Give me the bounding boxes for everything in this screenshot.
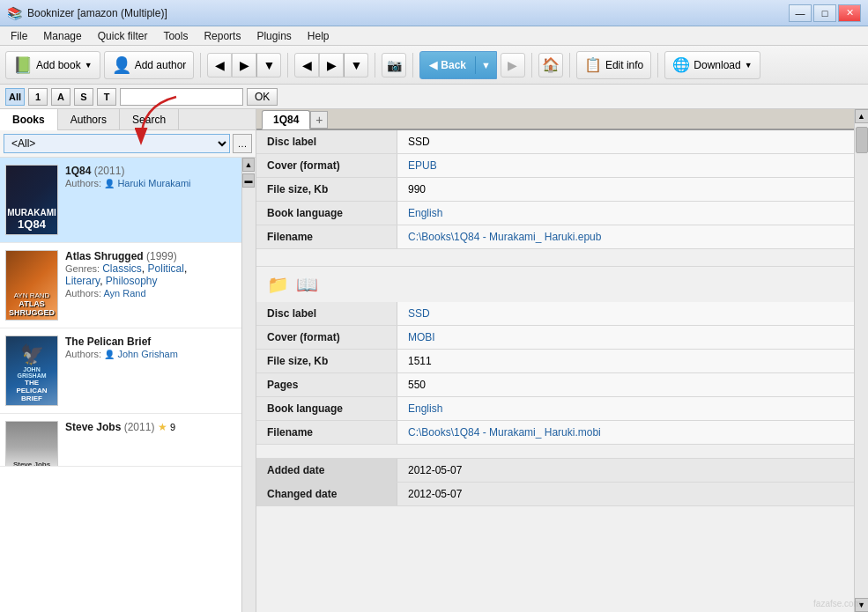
forward-button[interactable]: ▶ bbox=[501, 53, 525, 77]
detail-value: 1511 bbox=[397, 350, 854, 372]
maximize-button[interactable]: □ bbox=[813, 4, 836, 22]
edit-info-icon: 📋 bbox=[584, 56, 602, 73]
detail-value: 2012-05-07 bbox=[397, 459, 854, 482]
detail-label: Cover (format) bbox=[256, 154, 397, 177]
filter-all-button[interactable]: All bbox=[5, 88, 25, 106]
menu-reports[interactable]: Reports bbox=[197, 28, 248, 44]
details-tab-1q84[interactable]: 1Q84 bbox=[262, 110, 310, 129]
book-info-stevejobs: Steve Jobs (2011) ★ 9 bbox=[65, 421, 250, 433]
detail-value-link[interactable]: C:\Books\1Q84 - Murakami_ Haruki.mobi bbox=[397, 421, 854, 444]
detail-value-link[interactable]: English bbox=[397, 397, 854, 420]
book-info-pelican: The Pelican Brief Authors: 👤 John Grisha… bbox=[65, 335, 250, 360]
nav-prev-button[interactable]: ◀ bbox=[207, 53, 232, 77]
book-title-pelican: The Pelican Brief bbox=[65, 335, 250, 348]
back-nav-group: ◀ Back ▼ bbox=[419, 51, 497, 79]
book-item-1q84[interactable]: MURAKAMI 1Q84 1Q84 (2011) Authors: 👤 Har… bbox=[0, 158, 256, 243]
menu-help[interactable]: Help bbox=[300, 28, 337, 44]
menu-tools[interactable]: Tools bbox=[156, 28, 195, 44]
toolbar-separator-1 bbox=[200, 53, 201, 77]
book-cover-1q84: MURAKAMI 1Q84 bbox=[5, 165, 58, 235]
list-scrollbar[interactable]: ▲ ▬ bbox=[241, 158, 256, 612]
book-title-stevejobs: Steve Jobs (2011) ★ 9 bbox=[65, 421, 250, 433]
scroll-thumb[interactable] bbox=[856, 127, 868, 153]
title-bar: 📚 Booknizer [amazon (Multiple)] — □ ✕ bbox=[0, 0, 868, 26]
detail-label: Pages bbox=[256, 373, 397, 396]
book-item-pelican[interactable]: JOHN GRISHAM THE PELICAN BRIEF 🦅 The Pel… bbox=[0, 328, 256, 414]
watermark: fazafse.com bbox=[813, 599, 861, 608]
nav-next2-button[interactable]: ▶ bbox=[319, 53, 344, 77]
add-book-dropdown-icon: ▼ bbox=[85, 61, 93, 70]
screenshot-button[interactable]: 📷 bbox=[382, 53, 406, 77]
left-tab-search[interactable]: Search bbox=[120, 109, 179, 130]
detail-label: Disc label bbox=[256, 302, 397, 325]
detail-row-addeddate: Added date 2012-05-07 bbox=[256, 459, 854, 483]
detail-label: Book language bbox=[256, 397, 397, 420]
filter-t-button[interactable]: T bbox=[97, 88, 116, 106]
detail-value: SSD bbox=[397, 130, 854, 153]
book-icons-row: 📁 📖 bbox=[256, 267, 854, 302]
menu-quickfilter[interactable]: Quick filter bbox=[91, 28, 155, 44]
right-panel: 1Q84 + Disc label SSD Cover (format) EPU… bbox=[256, 109, 854, 612]
detail-label: File size, Kb bbox=[256, 350, 397, 372]
edit-info-button[interactable]: 📋 Edit info bbox=[576, 51, 651, 79]
back-dropdown-icon[interactable]: ▼ bbox=[475, 56, 496, 74]
nav-dropdown2-button[interactable]: ▼ bbox=[344, 53, 368, 77]
scroll-up-button[interactable]: ▲ bbox=[855, 109, 869, 123]
filter-bar: All 1 A S T OK bbox=[0, 85, 868, 109]
filter-ok-button[interactable]: OK bbox=[247, 88, 278, 106]
nav-dropdown-button[interactable]: ▼ bbox=[256, 53, 281, 77]
book-info-atlas: Atlas Shrugged (1999) Genres: Classics, … bbox=[65, 250, 250, 299]
menu-plugins[interactable]: Plugins bbox=[249, 28, 298, 44]
detail-value-link[interactable]: SSD bbox=[397, 302, 854, 325]
scroll-track[interactable] bbox=[855, 123, 869, 598]
book-cover-pelican: JOHN GRISHAM THE PELICAN BRIEF 🦅 bbox=[5, 335, 58, 406]
menu-file[interactable]: File bbox=[4, 28, 34, 44]
collection-more-button[interactable]: … bbox=[233, 134, 252, 153]
filter-search-input[interactable] bbox=[120, 88, 243, 106]
right-scrollbar[interactable]: ▲ ▼ bbox=[854, 109, 868, 612]
folder-icon: 📁 bbox=[267, 274, 289, 295]
book-genres-atlas: Genres: Classics, Political, Literary, P… bbox=[65, 262, 250, 287]
book-authors-1q84: Authors: 👤 Haruki Murakami bbox=[65, 177, 250, 189]
detail-value: 990 bbox=[397, 178, 854, 201]
filter-a-button[interactable]: A bbox=[51, 88, 70, 106]
detail-row-disclabel-2: Disc label SSD bbox=[256, 302, 854, 326]
menu-bar: File Manage Quick filter Tools Reports P… bbox=[0, 26, 868, 46]
detail-value-link[interactable]: MOBI bbox=[397, 326, 854, 349]
add-author-button[interactable]: 👤 Add author bbox=[104, 51, 195, 79]
detail-row-cover-2: Cover (format) MOBI bbox=[256, 326, 854, 350]
add-book-icon: 📗 bbox=[13, 55, 33, 75]
book-item-atlas[interactable]: AYN RAND ATLAS SHRUGGED Atlas Shrugged (… bbox=[0, 243, 256, 328]
back-button[interactable]: ◀ Back ▼ bbox=[419, 51, 497, 79]
close-button[interactable]: ✕ bbox=[838, 4, 861, 22]
home-button[interactable]: 🏠 bbox=[538, 53, 563, 77]
nav-play-button[interactable]: ▶ bbox=[232, 53, 256, 77]
left-tab-books[interactable]: Books bbox=[0, 109, 58, 130]
filter-1-button[interactable]: 1 bbox=[28, 88, 48, 106]
add-book-button[interactable]: 📗 Add book ▼ bbox=[5, 51, 100, 79]
download-button[interactable]: 🌐 Download ▼ bbox=[664, 51, 760, 79]
details-tab-bar: 1Q84 + bbox=[256, 109, 854, 130]
detail-row-filename-2: Filename C:\Books\1Q84 - Murakami_ Haruk… bbox=[256, 421, 854, 445]
collection-select[interactable]: <All> bbox=[4, 134, 230, 153]
book-icon: 📖 bbox=[296, 274, 318, 295]
detail-row-filesize-2: File size, Kb 1511 bbox=[256, 350, 854, 373]
book-title-atlas: Atlas Shrugged (1999) bbox=[65, 250, 250, 262]
detail-row-cover-1: Cover (format) EPUB bbox=[256, 154, 854, 178]
detail-value-link[interactable]: C:\Books\1Q84 - Murakami_ Haruki.epub bbox=[397, 225, 854, 248]
nav-prev2-button[interactable]: ◀ bbox=[294, 53, 319, 77]
edit-info-label: Edit info bbox=[605, 59, 643, 71]
detail-label: File size, Kb bbox=[256, 178, 397, 201]
filter-s-button[interactable]: S bbox=[74, 88, 93, 106]
toolbar-separator-7 bbox=[657, 53, 658, 77]
add-tab-button[interactable]: + bbox=[310, 111, 328, 129]
detail-value-link[interactable]: English bbox=[397, 202, 854, 225]
scroll-thumb-indicator[interactable]: ▬ bbox=[242, 173, 255, 188]
scroll-up-arrow[interactable]: ▲ bbox=[242, 158, 255, 172]
book-item-stevejobs[interactable]: Steve Jobs Steve Jobs (2011) ★ 9 bbox=[0, 414, 256, 467]
detail-value-link[interactable]: EPUB bbox=[397, 154, 854, 177]
left-tab-authors[interactable]: Authors bbox=[58, 109, 120, 130]
download-dropdown-icon: ▼ bbox=[745, 61, 753, 70]
minimize-button[interactable]: — bbox=[789, 4, 812, 22]
menu-manage[interactable]: Manage bbox=[36, 28, 88, 44]
